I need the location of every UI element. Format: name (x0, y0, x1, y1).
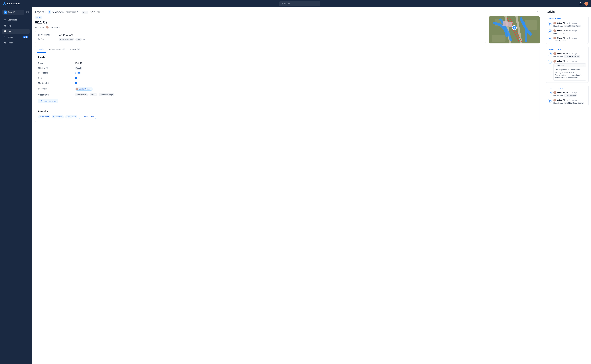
svg-rect-2 (4, 19, 5, 20)
help-icon[interactable]: ? (47, 82, 49, 84)
substations-select[interactable]: Select (75, 72, 81, 74)
record-title: 8/11 C2 (35, 20, 486, 25)
classification-chip[interactable]: Wood (90, 93, 97, 96)
classification-chip[interactable]: Three Pole Angle (99, 93, 114, 96)
sidebar-item-teams[interactable]: Teams (2, 40, 30, 45)
search-box[interactable] (279, 1, 320, 6)
activity-user[interactable]: Olivia Rhye (557, 30, 568, 32)
tag-chip[interactable]: Three Pole Angle (59, 38, 74, 41)
tab-related-issues[interactable]: Related issues 5 (47, 46, 67, 53)
issue-chip[interactable]: ◇#17 Willows (564, 94, 577, 97)
breadcrumb-current: 8/11 C2 (90, 10, 100, 14)
activity-heading: Activity (546, 10, 589, 13)
activity-action: Linked issue◇#7 Aerial Marker (553, 55, 586, 58)
inspection-date-chip[interactable]: 06.06.2022 (38, 115, 50, 118)
layer-information-button[interactable]: Layer Information (38, 99, 58, 103)
activity-action: Deleted photo (553, 32, 586, 34)
sidebar-item-layers[interactable]: Layers (2, 29, 30, 34)
tab-photos[interactable]: Photos 7 (68, 46, 81, 53)
activity-item: Olivia Rhye2 mins agoLinked issue◇#1 Flo… (548, 22, 586, 27)
activity-item: Olivia Rhye2 mins agoDeleted photo (548, 29, 586, 34)
target-icon: ◎ (36, 17, 38, 19)
sidebar-item-label: Layers (8, 30, 13, 32)
activity-user[interactable]: Olivia Rhye (557, 91, 568, 94)
globe-icon (4, 24, 6, 27)
notifications-icon[interactable] (579, 2, 582, 5)
org-switcher[interactable]: A Acme Ele... (2, 10, 24, 15)
field-label-name: Name (38, 62, 43, 64)
sidebar-item-label: Issues (8, 36, 13, 38)
record-owner[interactable]: Olivia Rhye (50, 26, 60, 28)
monitored-toggle[interactable] (75, 82, 79, 84)
activity-item: Olivia Rhye2 mins agoAdded 5 photos (548, 37, 586, 42)
issue-icon: ◇ (565, 55, 566, 57)
breadcrumb-group[interactable]: Wooden Structures (53, 10, 78, 14)
more-menu-button[interactable] (536, 10, 540, 14)
brand-name: Echospectra (7, 2, 20, 5)
record-date: 12.12.2021 (35, 26, 44, 28)
activity-user[interactable]: Olivia Rhye (557, 22, 568, 24)
activity-item: Olivia Rhye2 mins agoLinked issue◇#7 Aer… (548, 52, 586, 58)
activity-action: Added 5 photos (553, 40, 586, 42)
activity-date: September 30, 2023 (548, 87, 586, 89)
activity-icon (548, 29, 552, 33)
issue-chip[interactable]: ◇#1 Floating Static (564, 25, 581, 27)
field-label-monitored: Monitored (38, 82, 47, 84)
activity-date: October 2, 2023 (548, 18, 586, 20)
topbar: Echospectra (0, 0, 591, 7)
panel-toggle-icon[interactable] (26, 10, 30, 14)
breadcrumbs: Layers / Wooden Structures / ◎#11 8/11 C… (35, 10, 540, 14)
external-link-icon (40, 100, 42, 102)
tags-more[interactable]: +4 (83, 38, 85, 40)
new-toggle[interactable] (75, 77, 79, 79)
add-inspection-button[interactable]: + Add Inspection (79, 115, 96, 119)
brand-logo[interactable]: Echospectra (3, 2, 20, 5)
search-input[interactable] (284, 3, 319, 5)
inspection-date-chip[interactable]: 07.01.2023 (52, 115, 64, 118)
svg-point-12 (39, 34, 39, 35)
issue-chip[interactable]: ◇#7 Aerial Marker (564, 55, 580, 58)
issue-chip[interactable]: ◇#9 Bird Contamination (564, 102, 584, 104)
map-pin-icon (512, 25, 517, 30)
help-icon[interactable]: ? (46, 67, 48, 69)
info-card: Coordinates 16°52'N 99°53'W Tags (35, 31, 486, 43)
tag-chip[interactable]: 2004 (75, 38, 82, 41)
sidebar-item-issues[interactable]: Issues 145 (2, 34, 30, 40)
svg-point-22 (549, 38, 550, 39)
svg-point-0 (281, 3, 282, 4)
inspection-date-chip[interactable]: 07.27.2024 (65, 115, 77, 118)
activity-user[interactable]: Olivia Rhye (557, 60, 568, 62)
supervisor-chip[interactable]: Braden Savage (75, 87, 93, 91)
activity-time: 2 mins ago (569, 22, 577, 24)
breadcrumb-layers[interactable]: Layers (35, 10, 44, 14)
field-label-supervisor: Supervisor (38, 88, 47, 90)
activity-avatar (553, 99, 556, 102)
sidebar-item-dashboard[interactable]: Dashboard (2, 17, 30, 22)
edit-icon[interactable] (583, 64, 585, 66)
activity-avatar (553, 60, 556, 63)
user-avatar[interactable] (584, 2, 588, 6)
map-thumbnail[interactable] (489, 16, 540, 43)
sidebar-item-label: Teams (8, 42, 13, 44)
related-count-badge: 5 (62, 48, 66, 50)
svg-rect-3 (5, 19, 6, 20)
activity-avatar (553, 29, 556, 32)
breadcrumb-id-chip[interactable]: ◎#11 (82, 11, 88, 13)
svg-point-9 (537, 11, 538, 12)
activity-action: Linked issue◇#1 Floating Static (553, 25, 586, 27)
sidebar-item-map[interactable]: Map (2, 23, 30, 28)
activity-group: October 1, 2023Olivia Rhye2 mins agoLink… (546, 46, 589, 83)
svg-point-13 (38, 39, 39, 39)
logo-icon (3, 2, 6, 5)
svg-rect-4 (4, 20, 5, 21)
classification-path: Transmission › Wood › Three Pole Angle (75, 93, 114, 96)
tab-details[interactable]: Details (37, 46, 46, 53)
activity-user[interactable]: Olivia Rhye (557, 37, 568, 39)
tower-icon (48, 10, 51, 14)
classification-chip[interactable]: Transmission (75, 93, 87, 96)
activity-user[interactable]: Olivia Rhye (557, 52, 568, 55)
activity-user[interactable]: Olivia Rhye (557, 99, 568, 101)
issue-icon: ◇ (565, 25, 566, 27)
comment-text: Line segment to the northwest is missing… (553, 67, 586, 80)
activity-time: 2 mins ago (569, 60, 577, 62)
